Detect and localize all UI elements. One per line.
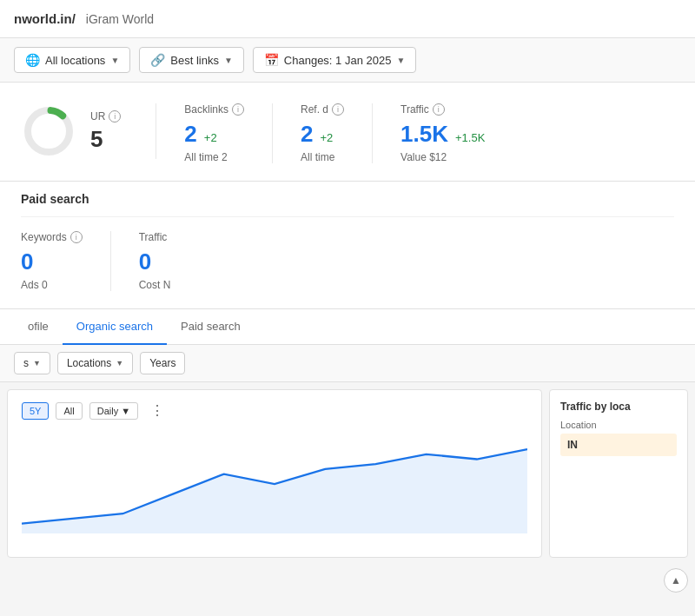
bestlinks-filter-label: Best links <box>170 54 219 67</box>
locations-filter-btn[interactable]: 🌐 All locations ▼ <box>14 47 130 73</box>
bottom-bar: ▲ <box>0 565 695 599</box>
tab-organic-search[interactable]: Organic search <box>63 309 167 345</box>
chart-visualization <box>22 427 527 540</box>
traffic-value: 1.5K <box>400 121 448 148</box>
location-row-in[interactable]: IN <box>560 434 677 456</box>
tab-profile[interactable]: ofile <box>14 309 63 345</box>
backlinks-label: Backlinks i <box>184 103 244 116</box>
paid-keywords-label: Keywords i <box>21 231 83 243</box>
changes-filter-label: Changes: 1 Jan 2025 <box>284 54 392 67</box>
backlinks-block: Backlinks i 2 +2 All time 2 <box>156 103 273 163</box>
traffic-value-group: 1.5K +1.5K <box>400 121 485 148</box>
ur-block: UR i 5 <box>21 103 156 159</box>
backlinks-value-group: 2 +2 <box>184 121 244 148</box>
content-area: 5Y All Daily ▼ ⋮ Traffic by loca Locatio… <box>0 382 695 565</box>
location-column-header: Location <box>560 420 677 430</box>
globe-icon: 🌐 <box>25 53 40 67</box>
chart-area: 5Y All Daily ▼ ⋮ <box>7 389 542 558</box>
refdomains-block: Ref. d i 2 +2 All time <box>273 103 373 163</box>
filter-bar: 🌐 All locations ▼ 🔗 Best links ▼ 📅 Chang… <box>0 38 695 83</box>
traffic-delta: +1.5K <box>455 131 485 144</box>
paid-keywords-info-icon[interactable]: i <box>70 231 83 243</box>
ur-value: 5 <box>90 126 121 153</box>
paid-keywords-value: 0 <box>21 248 83 275</box>
granularity-btn[interactable]: Daily ▼ <box>89 402 138 420</box>
refdomains-info-icon[interactable]: i <box>332 103 344 116</box>
scroll-up-btn[interactable]: ▲ <box>664 568 688 593</box>
paid-keywords-sub: Ads 0 <box>21 279 83 291</box>
changes-filter-btn[interactable]: 📅 Changes: 1 Jan 2025 ▼ <box>253 47 417 73</box>
locations-filter-label: All locations <box>45 54 105 67</box>
secondary-filter-bar: s ▼ Locations ▼ Years <box>0 345 695 382</box>
backlinks-value: 2 <box>184 121 196 148</box>
locations-sec-btn[interactable]: Locations ▼ <box>57 352 133 374</box>
bestlinks-filter-btn[interactable]: 🔗 Best links ▼ <box>139 47 244 73</box>
refdomains-value-group: 2 +2 <box>301 121 344 148</box>
time-filter-btn[interactable]: s ▼ <box>14 352 50 374</box>
paid-traffic-sub: Cost N <box>139 279 171 291</box>
refdomains-value: 2 <box>301 121 313 148</box>
years-btn[interactable]: Years <box>140 352 185 374</box>
traffic-label: Traffic i <box>400 103 485 116</box>
paid-traffic-label: Traffic <box>139 231 171 243</box>
locations-chevron-icon: ▼ <box>116 359 123 368</box>
ur-donut-chart <box>21 103 76 159</box>
traffic-info-icon[interactable]: i <box>433 103 445 116</box>
traffic-sub: Value $12 <box>400 151 485 163</box>
paid-traffic-block: Traffic 0 Cost N <box>139 231 199 291</box>
period-5y-btn[interactable]: 5Y <box>22 402 49 420</box>
traffic-block: Traffic i 1.5K +1.5K Value $12 <box>373 103 513 163</box>
metrics-section: UR i 5 Backlinks i 2 +2 All time 2 Ref. … <box>0 83 695 182</box>
traffic-by-location-title: Traffic by loca <box>560 401 677 413</box>
right-panel: Traffic by loca Location IN <box>549 389 688 558</box>
backlinks-sub: All time 2 <box>184 151 244 163</box>
paid-section-header: Paid search <box>21 182 674 217</box>
chart-controls: 5Y All Daily ▼ ⋮ <box>22 401 527 421</box>
paid-section: Paid search Keywords i 0 Ads 0 Traffic 0… <box>0 182 695 309</box>
refdomains-delta: +2 <box>321 131 334 144</box>
chevron-down-icon: ▼ <box>110 56 119 65</box>
site-name: iGram World <box>86 12 154 26</box>
ur-label: UR i <box>90 110 121 123</box>
paid-traffic-value: 0 <box>139 248 171 275</box>
tab-paid-search[interactable]: Paid search <box>167 309 255 345</box>
more-options-btn[interactable]: ⋮ <box>145 401 169 421</box>
chevron-down-icon-3: ▼ <box>396 56 405 65</box>
paid-keywords-block: Keywords i 0 Ads 0 <box>21 231 111 291</box>
period-all-btn[interactable]: All <box>56 402 82 420</box>
tab-navigation: ofile Organic search Paid search <box>0 309 695 345</box>
svg-marker-2 <box>22 449 527 533</box>
chevron-down-icon-2: ▼ <box>224 56 233 65</box>
time-chevron-icon: ▼ <box>33 359 41 368</box>
backlinks-info-icon[interactable]: i <box>232 103 244 116</box>
top-bar: nworld.in/ iGram World <box>0 0 695 38</box>
refdomains-sub: All time <box>301 151 344 163</box>
backlinks-delta: +2 <box>204 131 217 144</box>
ur-info-icon[interactable]: i <box>109 110 121 123</box>
granularity-chevron-icon: ▼ <box>121 406 130 416</box>
link-icon: 🔗 <box>150 53 165 67</box>
refdomains-label: Ref. d i <box>301 103 344 116</box>
calendar-icon: 📅 <box>264 53 279 67</box>
domain-text: nworld.in/ <box>14 11 76 26</box>
